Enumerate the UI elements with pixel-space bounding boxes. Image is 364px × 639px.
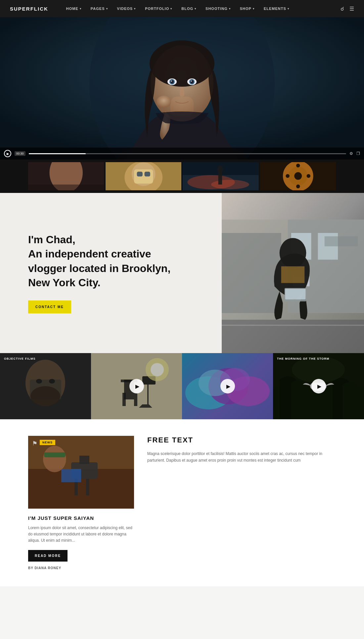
svg-rect-44 (325, 236, 358, 246)
nav-item-videos[interactable]: VIDEOS ▾ (113, 0, 141, 17)
read-more-button[interactable]: READ MORE (28, 550, 68, 562)
chevron-down-icon: ▾ (195, 7, 196, 10)
site-logo[interactable]: SUPERFLICK (10, 6, 48, 12)
svg-point-83 (43, 446, 66, 472)
video-section: ▶ 00:30 ⚙ ❐ (0, 17, 364, 193)
svg-rect-17 (28, 185, 104, 190)
chevron-down-icon: ▾ (253, 7, 254, 10)
free-text-title: FREE TEXT (147, 436, 336, 444)
svg-rect-50 (222, 320, 364, 353)
svg-point-35 (296, 185, 300, 188)
about-image (222, 193, 364, 353)
thumbnail-item[interactable] (260, 162, 336, 190)
video-grid-label-3: THE MORNING OF THE STORM (277, 357, 329, 360)
play-icon: ▶ (7, 152, 9, 156)
nav-item-elements[interactable]: ELEMENTS ▾ (259, 0, 294, 17)
svg-point-46 (280, 238, 306, 268)
video-progress-bar[interactable] (29, 153, 346, 154)
video-grid-item-3[interactable]: ▶ THE MORNING OF THE STORM (273, 353, 364, 419)
svg-point-14 (157, 96, 171, 108)
svg-rect-49 (285, 289, 306, 299)
svg-point-12 (190, 80, 194, 83)
chevron-down-icon: ▾ (134, 7, 136, 10)
nav-item-shooting[interactable]: SHOOTING ▾ (201, 0, 235, 17)
blog-card: ⚑ News I'M JUST SUPER SAIYAN Lorem ipsum… (28, 436, 134, 570)
svg-point-27 (211, 180, 249, 189)
author-label: BY (28, 566, 35, 570)
thumbnail-item[interactable] (106, 162, 182, 190)
svg-rect-21 (134, 169, 153, 184)
video-play-overlay-2: ▶ (182, 353, 273, 419)
video-ctrl-icons: ⚙ ❐ (349, 151, 360, 156)
blog-excerpt: Lorem ipsum dolor sit amet, consectetur … (28, 525, 134, 544)
blog-title: I'M JUST SUPER SAIYAN (28, 515, 134, 521)
svg-point-29 (217, 165, 223, 173)
play-button[interactable]: ▶ (220, 379, 235, 393)
video-grid-label-0: OBJECTIVE FILMS (4, 357, 36, 360)
svg-point-5 (150, 40, 214, 87)
svg-rect-82 (86, 479, 89, 495)
fullscreen-icon[interactable]: ❐ (356, 151, 360, 156)
svg-point-9 (171, 80, 172, 82)
play-icon: ▶ (226, 383, 230, 389)
nav-item-portfolio[interactable]: PORTFOLIO ▾ (140, 0, 177, 17)
svg-point-56 (36, 379, 42, 384)
chevron-down-icon: ▾ (170, 7, 172, 10)
nav-item-blog[interactable]: BLOG ▾ (177, 0, 201, 17)
svg-rect-47 (281, 266, 305, 283)
video-grid-item-1[interactable]: ▶ (91, 353, 182, 419)
svg-point-34 (296, 163, 300, 167)
search-icon[interactable]: ☌ (341, 6, 344, 12)
svg-point-33 (294, 172, 302, 180)
thumbnail-item[interactable] (28, 162, 104, 190)
svg-rect-23 (144, 172, 150, 176)
play-button[interactable]: ▶ (129, 379, 144, 393)
video-play-overlay-1: ▶ (91, 353, 182, 419)
svg-point-57 (49, 379, 55, 384)
play-icon: ▶ (317, 383, 321, 389)
svg-rect-22 (137, 172, 142, 176)
svg-point-36 (286, 174, 289, 178)
nav-action-icons: ☌ ☰ (341, 6, 354, 12)
nav-links: HOME ▾ PAGES ▾ VIDEOS ▾ PORTFOLIO ▾ BLOG… (62, 0, 341, 17)
chevron-down-icon: ▾ (229, 7, 231, 10)
free-text-body: Magna scelerisque dolor porttitor et fac… (147, 450, 336, 464)
blog-image: ⚑ News (28, 436, 134, 509)
about-heading: I'm Chad, An independent creative vlogge… (28, 233, 205, 290)
svg-point-37 (306, 174, 310, 178)
video-grid-item-2[interactable]: ▶ (182, 353, 273, 419)
video-play-overlay-3: ▶ (273, 353, 364, 419)
author-name: DIANA RONEY (35, 566, 62, 570)
video-thumbnails (0, 160, 364, 193)
svg-point-13 (191, 80, 192, 82)
bookmark-icon[interactable]: ⚑ (32, 440, 37, 447)
about-text-block: I'm Chad, An independent creative vlogge… (0, 193, 222, 353)
svg-point-55 (30, 386, 60, 406)
chevron-down-icon: ▾ (288, 7, 289, 10)
play-button[interactable]: ▶ (4, 150, 11, 157)
video-time: 00:30 (15, 151, 25, 156)
video-player: ▶ 00:30 ⚙ ❐ (0, 17, 364, 193)
svg-rect-87 (61, 469, 81, 482)
chevron-down-icon: ▾ (80, 7, 81, 10)
menu-icon[interactable]: ☰ (349, 6, 354, 12)
video-grid-item-0[interactable]: OBJECTIVE FILMS (0, 353, 91, 419)
nav-item-home[interactable]: HOME ▾ (62, 0, 86, 17)
free-text-section: FREE TEXT Magna scelerisque dolor portti… (147, 436, 336, 464)
play-button[interactable]: ▶ (311, 379, 326, 393)
play-icon: ▶ (135, 383, 139, 389)
nav-item-pages[interactable]: PAGES ▾ (86, 0, 113, 17)
about-section: I'm Chad, An independent creative vlogge… (0, 193, 364, 353)
settings-icon[interactable]: ⚙ (349, 151, 353, 156)
nav-item-shop[interactable]: SHOP ▾ (235, 0, 259, 17)
blog-tag: News (40, 440, 55, 445)
svg-point-8 (170, 80, 174, 83)
svg-rect-51 (222, 325, 364, 326)
blog-author: BY DIANA RONEY (28, 566, 134, 570)
svg-rect-41 (222, 233, 281, 313)
contact-me-button[interactable]: CONTACT ME (28, 300, 71, 313)
blog-body: I'M JUST SUPER SAIYAN Lorem ipsum dolor … (28, 509, 134, 570)
thumbnail-item[interactable] (183, 162, 259, 190)
video-grid: OBJECTIVE FILMS ▶ (0, 353, 364, 419)
svg-rect-84 (44, 452, 66, 457)
